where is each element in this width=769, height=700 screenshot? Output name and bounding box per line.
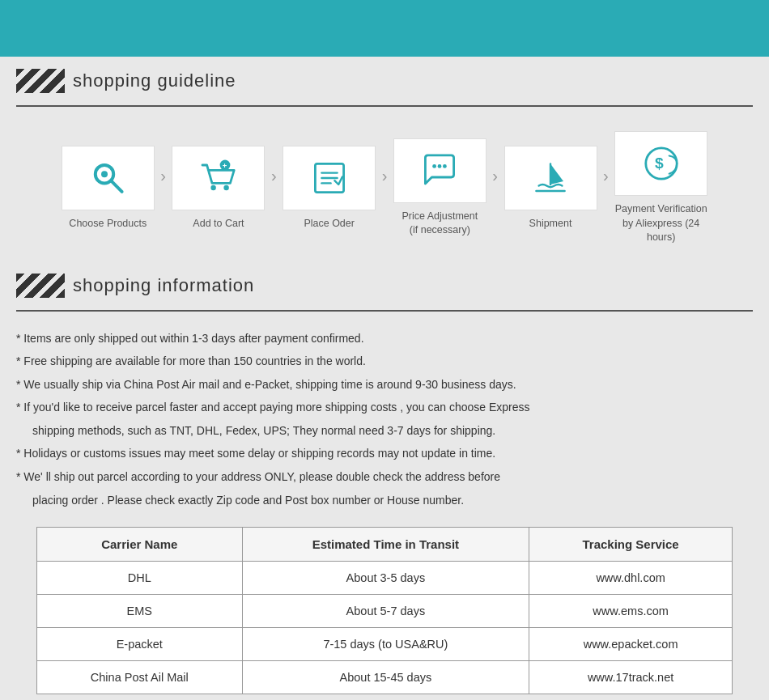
svg-point-2	[101, 171, 108, 177]
step-label-choose-products: Choose Products	[69, 217, 147, 231]
svg-text:$: $	[655, 155, 664, 172]
svg-point-5	[210, 185, 215, 189]
info-text-block: * Items are only shipped out within 1-3 …	[16, 328, 753, 511]
transit-china-post: About 15-45 days	[242, 661, 529, 694]
step-price-adjustment: Price Adjustment(if necessary)	[391, 138, 488, 238]
payment-icon: $	[642, 144, 681, 183]
ship-icon	[531, 159, 570, 197]
info-divider	[16, 310, 753, 312]
carrier-ems: EMS	[37, 595, 243, 628]
table-header-row: Carrier Name Estimated Time in Transit T…	[37, 528, 733, 562]
top-banner	[0, 0, 769, 57]
arrow-5: ›	[603, 167, 609, 185]
order-icon	[310, 159, 349, 197]
info-line-1: * Items are only shipped out within 1-3 …	[16, 328, 753, 350]
step-label-place-order: Place Oder	[304, 217, 355, 231]
shopping-guideline-header: shopping guideline	[16, 57, 753, 93]
step-place-order: Place Oder	[281, 146, 378, 231]
info-line-4-part2: shipping methods, such as TNT, DHL, Fede…	[16, 420, 753, 442]
shopping-info-title: shopping information	[73, 275, 254, 296]
carrier-china-post: China Post Ail Mail	[37, 661, 243, 694]
header-icon-decoration-2	[16, 274, 65, 298]
steps-container: Choose Products › + Add to Cart ›	[0, 123, 769, 261]
col-header-tracking: Tracking Service	[529, 528, 733, 562]
col-header-carrier: Carrier Name	[37, 528, 243, 562]
svg-point-6	[223, 185, 228, 189]
search-icon	[88, 159, 127, 197]
arrow-2: ›	[271, 167, 277, 185]
step-payment-verification: $ Payment Verificationby Aliexpress (24 …	[613, 131, 710, 245]
transit-ems: About 5-7 days	[242, 595, 529, 628]
step-box-add-to-cart: +	[172, 146, 265, 210]
svg-point-8	[433, 164, 437, 168]
info-line-6-part2: placing order . Please check exactly Zip…	[16, 490, 753, 511]
info-line-3: * We usually ship via China Post Air mai…	[16, 374, 753, 396]
step-shipment: Shipment	[502, 146, 599, 231]
info-line-4-part1: * If you'd like to receive parcel faster…	[16, 397, 753, 418]
tracking-epacket: www.epacket.com	[529, 628, 733, 661]
info-section: * Items are only shipped out within 1-3 …	[0, 328, 769, 701]
step-add-to-cart: + Add to Cart	[170, 146, 267, 231]
info-line-2: * Free shipping are available for more t…	[16, 350, 753, 372]
carrier-epacket: E-packet	[37, 628, 243, 661]
table-row: E-packet 7-15 days (to USA&RU) www.epack…	[37, 628, 733, 661]
transit-epacket: 7-15 days (to USA&RU)	[242, 628, 529, 661]
step-label-add-to-cart: Add to Cart	[193, 217, 244, 231]
svg-text:+: +	[223, 161, 227, 170]
svg-point-9	[438, 164, 442, 168]
step-label-shipment: Shipment	[529, 217, 572, 231]
step-box-choose-products	[62, 146, 155, 210]
table-row: EMS About 5-7 days www.ems.com	[37, 595, 733, 628]
info-line-6-part1: * We' ll ship out parcel according to yo…	[16, 466, 753, 488]
step-choose-products: Choose Products	[59, 146, 156, 231]
arrow-4: ›	[492, 167, 498, 185]
step-box-payment-verification: $	[614, 131, 707, 196]
arrow-1: ›	[160, 167, 166, 185]
col-header-transit: Estimated Time in Transit	[242, 528, 529, 562]
table-row: China Post Ail Mail About 15-45 days www…	[37, 661, 733, 694]
transit-dhl: About 3-5 days	[242, 562, 529, 595]
svg-line-1	[111, 180, 122, 192]
shopping-info-header: shopping information	[16, 261, 753, 298]
tracking-ems: www.ems.com	[529, 595, 733, 628]
table-row: DHL About 3-5 days www.dhl.com	[37, 562, 733, 595]
step-label-payment-verification: Payment Verificationby Aliexpress (24 ho…	[613, 202, 710, 245]
tracking-dhl: www.dhl.com	[529, 562, 733, 595]
chat-icon	[420, 151, 459, 190]
info-line-5: * Holidays or customs issues may meet so…	[16, 443, 753, 465]
header-icon-decoration	[16, 69, 65, 93]
cart-icon: +	[199, 159, 238, 197]
step-box-shipment	[504, 146, 597, 210]
step-label-price-adjustment: Price Adjustment(if necessary)	[401, 210, 478, 238]
guideline-divider	[16, 105, 753, 107]
step-box-place-order	[283, 146, 376, 210]
shopping-guideline-title: shopping guideline	[73, 70, 236, 91]
tracking-china-post: www.17track.net	[529, 661, 733, 694]
arrow-3: ›	[382, 167, 388, 185]
step-box-price-adjustment	[393, 138, 486, 203]
tracking-table: Carrier Name Estimated Time in Transit T…	[36, 527, 733, 694]
carrier-dhl: DHL	[37, 562, 243, 595]
svg-point-10	[443, 164, 447, 168]
